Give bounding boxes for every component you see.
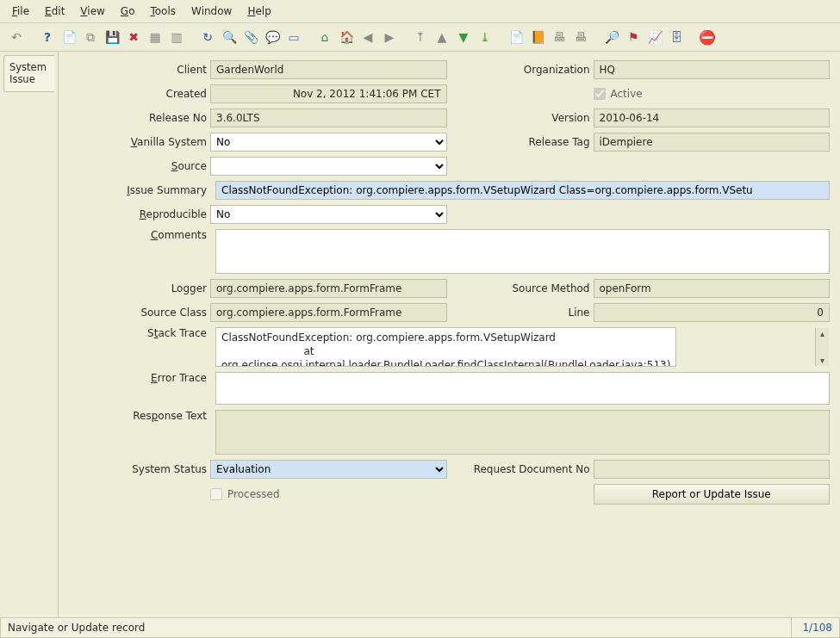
label-comments: Comments <box>69 229 210 241</box>
stack-trace-field[interactable]: ClassNotFoundException: org.compiere.app… <box>215 327 676 367</box>
stack-trace-scrollbar[interactable]: ▴▾ <box>815 328 829 366</box>
menu-tools[interactable]: Tools <box>143 3 183 20</box>
comments-textarea[interactable] <box>215 229 830 274</box>
label-request-doc-no: Request Document No <box>452 463 594 475</box>
release-no-field: 3.6.0LTS <box>210 108 447 127</box>
grid-icon[interactable]: ▦ <box>146 28 165 46</box>
active-checkbox: Active <box>594 88 643 100</box>
label-source-method: Source Method <box>452 282 594 294</box>
menubar: File Edit View Go Tools Window Help <box>0 0 840 23</box>
delete-icon[interactable]: ✖ <box>124 28 143 46</box>
form-panel: Client GardenWorld Organization HQ Creat… <box>59 52 840 617</box>
vanilla-system-select[interactable]: No <box>210 133 447 152</box>
release-tag-field: iDempiere <box>594 133 831 152</box>
multi-icon[interactable]: ▭ <box>284 28 303 46</box>
created-field: Nov 2, 2012 1:41:06 PM CET <box>210 84 447 103</box>
line-field: 0 <box>594 303 831 322</box>
statusbar: Navigate or Update record 1/108 <box>0 617 840 638</box>
label-source-class: Source Class <box>69 307 210 319</box>
scroll-down-icon[interactable]: ▾ <box>820 356 824 365</box>
label-release-tag: Release Tag <box>452 136 594 148</box>
first-icon[interactable]: ⤒ <box>411 28 430 46</box>
client-field: GardenWorld <box>210 60 447 79</box>
menu-edit[interactable]: Edit <box>38 3 72 20</box>
history-icon[interactable]: ⌂ <box>315 28 334 46</box>
label-system-status: System Status <box>69 463 210 475</box>
version-field: 2010-06-14 <box>594 108 831 127</box>
zoom-icon[interactable]: 🔎 <box>602 28 621 46</box>
label-active: Active <box>611 88 643 100</box>
label-reproducible: Reproducible <box>69 208 210 220</box>
processed-checkbox-input <box>210 488 222 500</box>
print2-icon[interactable]: 🖶 <box>571 28 590 46</box>
source-select[interactable] <box>210 157 447 176</box>
label-source: Source <box>69 160 210 172</box>
label-client: Client <box>69 64 210 76</box>
source-method-field: openForm <box>594 279 831 298</box>
label-response-text: Response Text <box>69 410 210 422</box>
chart-icon[interactable]: 📈 <box>645 28 664 46</box>
menu-file[interactable]: File <box>5 3 36 20</box>
label-processed: Processed <box>227 488 280 500</box>
label-error-trace: Error Trace <box>69 372 210 384</box>
gridmulti-icon[interactable]: ▥ <box>167 28 186 46</box>
copy-icon[interactable]: ⧉ <box>81 28 100 46</box>
label-issue-summary: Issue Summary <box>69 184 210 196</box>
active-checkbox-input <box>594 88 606 100</box>
label-logger: Logger <box>69 282 210 294</box>
tabstrip: System Issue <box>0 52 59 617</box>
report-or-update-button[interactable]: Report or Update Issue <box>594 484 831 505</box>
workflow-icon[interactable]: ⚑ <box>624 28 643 46</box>
up-icon[interactable]: ▲ <box>432 28 451 46</box>
refresh-icon[interactable]: ↻ <box>198 28 217 46</box>
label-created: Created <box>69 88 210 100</box>
response-text-textarea <box>215 410 830 455</box>
help-icon[interactable]: ? <box>38 28 57 46</box>
report2-icon[interactable]: 📙 <box>528 28 547 46</box>
undo-icon[interactable]: ↶ <box>7 28 26 46</box>
processed-checkbox: Processed <box>210 488 280 500</box>
organization-field: HQ <box>594 60 831 79</box>
label-line: Line <box>452 307 594 319</box>
request-doc-no-field <box>594 460 831 479</box>
save-icon[interactable]: 💾 <box>103 28 121 46</box>
report-icon[interactable]: 📄 <box>507 28 526 46</box>
home-icon[interactable]: 🏠 <box>337 28 356 46</box>
archive-icon[interactable]: 🗄 <box>667 28 686 46</box>
tab-system-issue[interactable]: System Issue <box>3 55 54 92</box>
chat-icon[interactable]: 💬 <box>263 28 282 46</box>
forward-icon[interactable]: ▶ <box>380 28 399 46</box>
content-area: System Issue Client GardenWorld Organiza… <box>0 52 840 617</box>
menu-help[interactable]: Help <box>240 3 277 20</box>
back-icon[interactable]: ◀ <box>358 28 377 46</box>
label-release-no: Release No <box>69 112 210 124</box>
system-status-select[interactable]: Evaluation <box>210 460 447 479</box>
scroll-up-icon[interactable]: ▴ <box>820 329 824 338</box>
toolbar: ↶ ? 📄 ⧉ 💾 ✖ ▦ ▥ ↻ 🔍 📎 💬 ▭ ⌂ 🏠 ◀ ▶ ⤒ ▲ ▼ … <box>0 23 840 52</box>
attach-icon[interactable]: 📎 <box>241 28 260 46</box>
reproducible-select[interactable]: No <box>210 205 447 224</box>
status-message: Navigate or Update record <box>0 618 792 638</box>
menu-window[interactable]: Window <box>184 3 239 20</box>
cancel-icon[interactable]: ⛔ <box>698 28 717 46</box>
logger-field: org.compiere.apps.form.FormFrame <box>210 279 447 298</box>
issue-summary-field[interactable] <box>215 181 830 200</box>
status-position: 1/108 <box>792 618 840 638</box>
new-icon[interactable]: 📄 <box>59 28 78 46</box>
menu-go[interactable]: Go <box>114 3 142 20</box>
error-trace-textarea[interactable] <box>215 372 830 405</box>
down-icon[interactable]: ▼ <box>454 28 473 46</box>
label-organization: Organization <box>452 64 594 76</box>
label-version: Version <box>452 112 594 124</box>
last-icon[interactable]: ⤓ <box>476 28 495 46</box>
label-vanilla-system: Vanilla System <box>69 136 210 148</box>
find-icon[interactable]: 🔍 <box>220 28 239 46</box>
print-icon[interactable]: 🖶 <box>550 28 569 46</box>
source-class-field: org.compiere.apps.form.FormFrame <box>210 303 447 322</box>
label-stack-trace: Stack Trace <box>69 327 210 339</box>
menu-view[interactable]: View <box>73 3 111 20</box>
